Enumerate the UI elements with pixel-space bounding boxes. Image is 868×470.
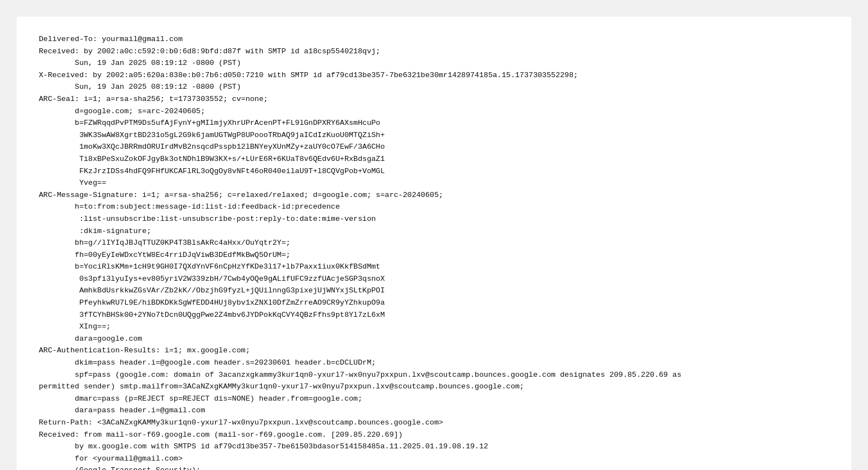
email-raw-headers: Delivered-To: yourmail@gmail.com Receive… — [17, 17, 851, 470]
